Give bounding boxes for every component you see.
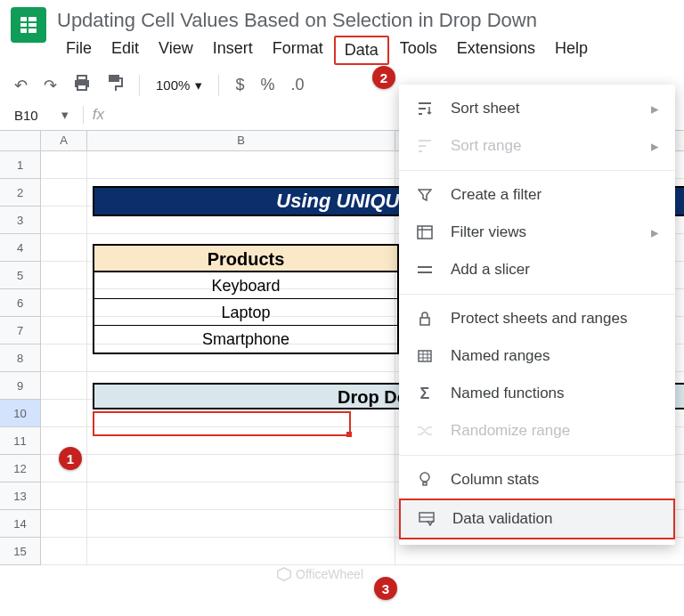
menu-format[interactable]: Format [264, 36, 332, 65]
menu-data-validation[interactable]: Data validation [399, 498, 675, 539]
decimal-button[interactable]: .0 [290, 76, 304, 94]
watermark: OfficeWheel [276, 566, 363, 582]
chevron-right-icon: ▸ [651, 223, 659, 242]
table-row: Keyboard [94, 272, 397, 299]
column-header-A[interactable]: A [41, 131, 87, 150]
products-table: Products Keyboard Laptop Smartphone [93, 244, 399, 354]
row-header[interactable]: 5 [0, 262, 41, 289]
svg-rect-5 [77, 76, 86, 80]
zoom-select[interactable]: 100% ▾ [156, 77, 202, 93]
filter-views-icon [415, 223, 435, 242]
svg-rect-10 [419, 351, 431, 361]
row-header[interactable]: 1 [0, 151, 41, 179]
menu-extensions[interactable]: Extensions [448, 36, 544, 65]
menubar: File Edit View Insert Format Data Tools … [57, 36, 673, 65]
fx-label: fx [83, 106, 113, 124]
name-box[interactable]: B10▾ [9, 105, 74, 125]
slicer-icon [415, 260, 435, 280]
chevron-right-icon: ▸ [651, 100, 659, 118]
row-header[interactable]: 10 [0, 400, 41, 427]
row-header[interactable]: 7 [0, 317, 41, 344]
svg-marker-13 [278, 568, 290, 580]
menu-sort-sheet[interactable]: Sort sheet▸ [399, 90, 675, 127]
menu-edit[interactable]: Edit [102, 36, 148, 65]
row-header[interactable]: 14 [0, 510, 41, 538]
row-header[interactable]: 8 [0, 344, 41, 372]
svg-point-11 [420, 473, 429, 482]
row-header[interactable]: 3 [0, 207, 41, 234]
svg-rect-7 [109, 75, 119, 82]
paint-format-icon[interactable] [107, 74, 123, 96]
annotation-marker-3: 3 [374, 577, 397, 600]
sort-range-icon [415, 136, 435, 156]
select-all-corner[interactable] [0, 131, 41, 150]
svg-rect-8 [418, 226, 432, 239]
row-header[interactable]: 4 [0, 234, 41, 262]
menu-randomize-range: Randomize range [399, 412, 675, 450]
row-header[interactable]: 6 [0, 289, 41, 317]
annotation-marker-1: 1 [59, 447, 82, 470]
column-header-B[interactable]: B [87, 131, 395, 150]
products-header: Products [94, 246, 397, 272]
menu-help[interactable]: Help [546, 36, 597, 65]
menu-named-functions[interactable]: ΣNamed functions [399, 375, 675, 412]
lock-icon [415, 309, 435, 328]
menu-filter-views[interactable]: Filter views▸ [399, 214, 675, 251]
row-header[interactable]: 11 [0, 427, 41, 455]
menu-add-slicer[interactable]: Add a slicer [399, 251, 675, 288]
svg-rect-6 [77, 85, 86, 90]
sigma-icon: Σ [415, 384, 435, 403]
table-row: Smartphone [94, 326, 397, 353]
redo-icon[interactable]: ↷ [44, 76, 57, 95]
menu-named-ranges[interactable]: Named ranges [399, 337, 675, 375]
row-header[interactable]: 12 [0, 455, 41, 482]
menu-create-filter[interactable]: Create a filter [399, 176, 675, 214]
annotation-marker-2: 2 [372, 66, 395, 89]
menu-view[interactable]: View [150, 36, 202, 65]
row-header[interactable]: 13 [0, 482, 41, 510]
menu-sort-range: Sort range▸ [399, 127, 675, 165]
percent-button[interactable]: % [260, 76, 274, 94]
menu-column-stats[interactable]: Column stats [399, 461, 675, 498]
svg-rect-9 [420, 318, 429, 325]
undo-icon[interactable]: ↶ [14, 76, 28, 95]
menu-data[interactable]: Data [334, 36, 389, 65]
menu-file[interactable]: File [57, 36, 101, 65]
row-header[interactable]: 2 [0, 179, 41, 207]
menu-insert[interactable]: Insert [204, 36, 262, 65]
chevron-right-icon: ▸ [651, 137, 659, 156]
data-validation-icon [417, 509, 436, 529]
named-ranges-icon [415, 346, 435, 366]
chevron-down-icon: ▾ [195, 77, 202, 93]
shuffle-icon [415, 421, 435, 441]
table-row: Laptop [94, 299, 397, 326]
currency-button[interactable]: $ [235, 76, 244, 94]
row-header[interactable]: 15 [0, 538, 41, 565]
row-header[interactable]: 9 [0, 372, 41, 400]
lightbulb-icon [415, 470, 435, 490]
document-title[interactable]: Updating Cell Values Based on Selection … [57, 7, 673, 36]
print-icon[interactable] [73, 75, 91, 95]
menu-protect-sheets[interactable]: Protect sheets and ranges [399, 300, 675, 337]
sheets-logo[interactable] [11, 7, 46, 43]
selected-cell-b10[interactable] [93, 411, 351, 436]
menu-tools[interactable]: Tools [391, 36, 446, 65]
chevron-down-icon: ▾ [61, 107, 69, 123]
filter-icon [415, 185, 435, 205]
sort-icon [415, 99, 435, 118]
data-menu-dropdown: Sort sheet▸ Sort range▸ Create a filter … [399, 85, 675, 545]
